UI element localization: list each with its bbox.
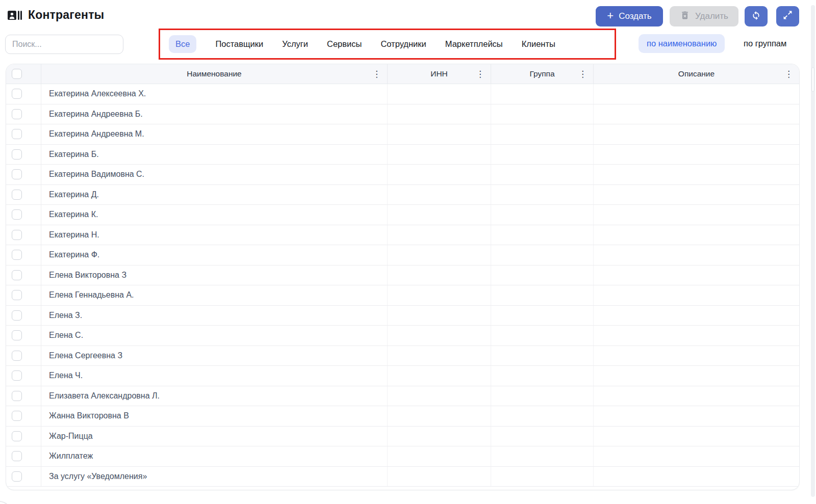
filter-tab[interactable]: Сервисы [327, 39, 362, 49]
table-row[interactable]: Жилплатеж [6, 446, 799, 467]
cell-group [491, 386, 594, 406]
cell-description [594, 225, 799, 245]
page-scrollbar-thumb[interactable] [811, 67, 814, 92]
table-row[interactable]: Елена Ч. [6, 366, 799, 386]
filter-tab[interactable]: Услуги [282, 39, 308, 49]
search-input[interactable] [5, 35, 123, 54]
cell-group [491, 124, 594, 144]
table-row[interactable]: Екатерина Н. [6, 225, 799, 246]
cell-description [594, 366, 799, 386]
table-row[interactable]: Жанна Викторовна В [6, 406, 799, 427]
row-checkbox-cell [6, 266, 41, 285]
row-checkbox-cell [6, 185, 41, 205]
row-checkbox[interactable] [12, 169, 22, 179]
cell-group [491, 104, 594, 124]
create-button[interactable]: + Создать [596, 6, 663, 26]
table-row[interactable]: За услугу «Уведомления» [6, 467, 799, 487]
select-all-checkbox[interactable] [12, 69, 22, 79]
table-row[interactable]: Елизавета Александровна Л. [6, 386, 799, 407]
cell-group [491, 306, 594, 326]
cell-group [491, 145, 594, 165]
kebab-menu-icon[interactable]: ⋮ [372, 70, 381, 78]
table-row[interactable]: Екатерина Вадимовна С. [6, 165, 799, 185]
filter-tabs-highlight-box: ВсеПоставщикиУслугиСервисыСотрудникиМарк… [159, 29, 616, 60]
cell-name: Жилплатеж [41, 446, 388, 466]
table-row[interactable]: Жар-Пицца [6, 427, 799, 447]
row-checkbox[interactable] [12, 270, 22, 280]
table-row[interactable]: Елена Викторовна З [6, 266, 799, 286]
row-checkbox[interactable] [12, 391, 22, 401]
cell-description [594, 266, 799, 285]
cell-description [594, 427, 799, 446]
row-checkbox[interactable] [12, 109, 22, 119]
table-row[interactable]: Екатерина Д. [6, 185, 799, 205]
table-row[interactable]: Екатерина Андреевна Б. [6, 104, 799, 125]
table-row[interactable]: Елена Сергеевна З [6, 346, 799, 366]
row-checkbox[interactable] [12, 250, 22, 260]
table-row[interactable]: Екатерина Андреевна М. [6, 124, 799, 145]
expand-button[interactable] [776, 6, 799, 26]
table-row[interactable]: Елена С. [6, 326, 799, 346]
row-checkbox[interactable] [12, 471, 22, 482]
row-checkbox-cell [6, 446, 41, 466]
row-checkbox-cell [6, 427, 41, 446]
kebab-menu-icon[interactable]: ⋮ [476, 70, 484, 78]
filter-tab[interactable]: Все [169, 35, 196, 53]
page-scrollbar-track [811, 5, 815, 497]
kebab-menu-icon[interactable]: ⋮ [784, 70, 793, 78]
table-row[interactable]: Екатерина Ф. [6, 245, 799, 266]
table-row[interactable]: Екатерина Б. [6, 145, 799, 165]
table-row[interactable]: Елена З. [6, 306, 799, 326]
cell-description [594, 326, 799, 346]
row-checkbox[interactable] [12, 290, 22, 300]
cell-name: Елена Геннадьевна А. [41, 285, 388, 305]
cell-inn [388, 266, 491, 285]
row-checkbox[interactable] [12, 431, 22, 441]
row-checkbox[interactable] [12, 149, 22, 160]
table-body: Екатерина Алексеевна Х. Екатерина Андрее… [6, 84, 799, 487]
delete-button[interactable]: Удалить [670, 6, 738, 26]
cell-inn [388, 446, 491, 466]
row-checkbox[interactable] [12, 129, 22, 139]
cell-inn [388, 205, 491, 225]
cell-description [594, 145, 799, 165]
sort-by-name-toggle[interactable]: по наименованию [639, 34, 725, 53]
row-checkbox[interactable] [12, 190, 22, 200]
cell-inn [388, 185, 491, 205]
table-row[interactable]: Екатерина К. [6, 205, 799, 225]
row-checkbox[interactable] [12, 451, 22, 461]
kebab-menu-icon[interactable]: ⋮ [578, 70, 587, 78]
row-checkbox[interactable] [12, 209, 22, 220]
cell-description [594, 386, 799, 406]
row-checkbox[interactable] [12, 370, 22, 381]
row-checkbox[interactable] [12, 310, 22, 321]
filter-tab[interactable]: Сотрудники [380, 39, 426, 49]
row-checkbox[interactable] [12, 330, 22, 340]
cell-group [491, 285, 594, 305]
row-checkbox-cell [6, 346, 41, 366]
page-header: Контрагенты [7, 8, 104, 22]
filter-tab[interactable]: Клиенты [522, 39, 555, 49]
filter-tab[interactable]: Поставщики [215, 39, 263, 49]
row-checkbox[interactable] [12, 351, 22, 361]
table-row[interactable]: Екатерина Алексеевна Х. [6, 84, 799, 104]
table-row[interactable]: Елена Геннадьевна А. [6, 285, 799, 306]
column-header-inn: ИНН ⋮ [388, 64, 491, 84]
refresh-button[interactable] [745, 6, 768, 26]
cell-inn [388, 104, 491, 124]
cell-name: Екатерина Д. [41, 185, 388, 205]
row-checkbox-cell [6, 225, 41, 245]
row-checkbox[interactable] [12, 230, 22, 240]
row-checkbox[interactable] [12, 411, 22, 421]
cell-group [491, 366, 594, 386]
row-checkbox-cell [6, 467, 41, 487]
cell-inn [388, 165, 491, 184]
cell-inn [388, 124, 491, 144]
filter-tab[interactable]: Маркетплейсы [445, 39, 503, 49]
row-checkbox[interactable] [12, 89, 22, 99]
cell-name: Екатерина Вадимовна С. [41, 165, 388, 184]
row-checkbox-cell [6, 406, 41, 426]
sort-by-groups-toggle[interactable]: по группам [744, 39, 786, 48]
cell-inn [388, 366, 491, 386]
cell-group [491, 84, 594, 104]
